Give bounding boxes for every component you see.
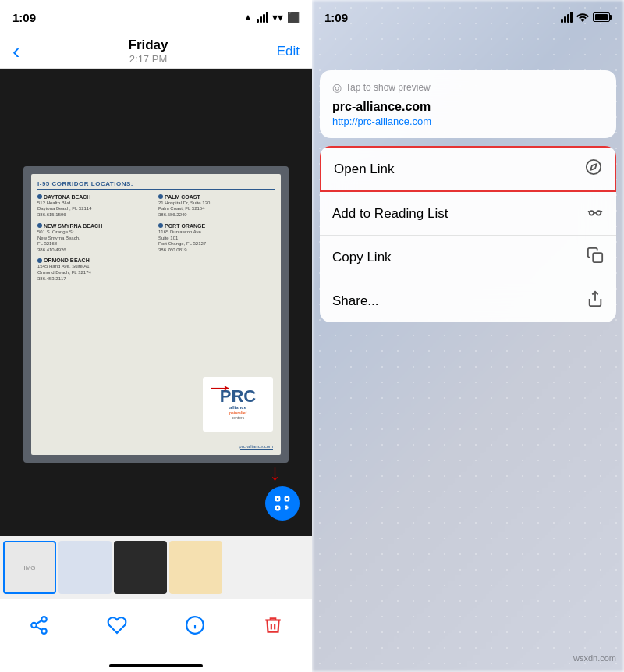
arrow-right-icon: → — [205, 375, 236, 400]
scan-button[interactable] — [265, 486, 300, 521]
share-icon — [587, 290, 604, 311]
open-link-icon — [585, 158, 602, 176]
list-item: DAYTONA BEACH 512 Health BlvdDaytona Bea… — [37, 194, 154, 219]
svg-rect-16 — [593, 253, 602, 262]
compass-icon — [585, 158, 602, 180]
reading-list-icon — [587, 203, 604, 224]
share-button[interactable] — [29, 615, 49, 638]
svg-point-6 — [41, 617, 47, 622]
preview-icon: ◎ — [332, 81, 342, 94]
wifi-icon: ▾▾ — [272, 11, 283, 23]
location-icon: ▲ — [243, 12, 253, 23]
svg-marker-13 — [590, 164, 597, 170]
prc-title: I-95 CORRIDOR LOCATIONS: — [37, 180, 275, 190]
svg-point-8 — [41, 628, 47, 634]
left-nav-bar: ‹ Friday 2:17 PM Edit — [0, 34, 312, 69]
thumbnail[interactable] — [58, 541, 112, 594]
list-item: ORMOND BEACH 1545 Hand Ave, Suite A1Ormo… — [37, 258, 275, 282]
glasses-icon — [587, 203, 604, 220]
copy-link-icon — [587, 247, 604, 264]
right-signal-icon — [561, 12, 573, 23]
tap-to-preview-label: ◎ Tap to show preview — [332, 81, 604, 94]
thumbnail[interactable] — [114, 541, 167, 594]
right-panel: 1:09 ◎ Tap to show pr — [312, 0, 624, 672]
bullet-icon — [158, 194, 163, 199]
add-reading-list-button[interactable]: Add to Reading List — [320, 192, 616, 236]
url-main: prc-alliance.com — [332, 100, 604, 114]
delete-button[interactable] — [263, 615, 283, 638]
share-link-icon — [587, 290, 604, 308]
arrow-down-icon: ↓ — [269, 459, 281, 485]
left-status-icons: ▲ ▾▾ ⬛ — [243, 11, 300, 23]
copy-link-button[interactable]: Copy Link — [320, 236, 616, 279]
preview-card[interactable]: ◎ Tap to show preview prc-alliance.com h… — [320, 70, 616, 138]
battery-icon: ⬛ — [287, 12, 300, 23]
thumbnail[interactable] — [225, 541, 278, 594]
share-button[interactable]: Share... — [320, 279, 616, 322]
svg-rect-0 — [276, 497, 280, 501]
photo-area: I-95 CORRIDOR LOCATIONS: DAYTONA BEACH 5… — [0, 69, 312, 536]
location-name: DAYTONA BEACH — [44, 194, 90, 200]
bullet-icon — [37, 194, 42, 199]
nav-title-sub: 2:17 PM — [20, 53, 276, 65]
svg-point-15 — [597, 211, 601, 215]
thumbnail[interactable]: IMG — [3, 541, 56, 594]
nav-title: Friday 2:17 PM — [20, 37, 276, 65]
scan-icon — [274, 495, 291, 512]
watermark: wsxdn.com — [573, 653, 616, 663]
svg-point-14 — [590, 211, 594, 215]
home-indicator — [109, 664, 203, 667]
list-item: NEW SMYRNA BEACH 501 S. Orange St.New Sm… — [37, 223, 154, 254]
info-button[interactable] — [185, 615, 205, 638]
svg-point-12 — [587, 160, 601, 174]
list-item: PALM COAST 21 Hospital Dr, Suite 120Palm… — [158, 194, 275, 219]
prc-logo-tagline: centers — [232, 415, 244, 420]
prc-website: prc-alliance.com — [239, 444, 273, 449]
prc-logo-sub: alliance — [229, 405, 246, 411]
location-address: 21 Hospital Dr, Suite 120Palm Coast, FL … — [158, 201, 275, 219]
locations-grid: DAYTONA BEACH 512 Health BlvdDaytona Bea… — [37, 194, 275, 254]
svg-point-7 — [31, 622, 37, 628]
signal-icon — [257, 12, 268, 23]
svg-rect-2 — [276, 507, 280, 510]
bullet-icon — [158, 223, 163, 228]
svg-rect-1 — [285, 497, 289, 501]
right-wifi-icon — [576, 12, 589, 22]
open-link-button[interactable]: Open Link — [320, 146, 616, 192]
right-battery-icon — [593, 12, 612, 22]
location-name: PORT ORANGE — [165, 223, 205, 229]
left-panel: 1:09 ▲ ▾▾ ⬛ ‹ Friday 2:17 PM Edit I-95 C… — [0, 0, 312, 672]
thumbnail[interactable] — [169, 541, 222, 594]
location-address: 1545 Hand Ave, Suite A1Ormond Beach, FL … — [37, 264, 275, 282]
context-menu: ◎ Tap to show preview prc-alliance.com h… — [320, 70, 616, 322]
edit-button[interactable]: Edit — [277, 44, 300, 59]
url-full: http://prc-alliance.com — [332, 116, 604, 127]
add-reading-list-label: Add to Reading List — [332, 206, 448, 222]
location-address: 501 S. Orange St.New Smyrna Beach,FL 321… — [37, 229, 154, 254]
nav-title-main: Friday — [20, 37, 276, 53]
right-time: 1:09 — [324, 11, 348, 24]
left-status-bar: 1:09 ▲ ▾▾ ⬛ — [0, 0, 312, 34]
location-name: ORMOND BEACH — [44, 258, 90, 263]
copy-link-label: Copy Link — [332, 250, 392, 265]
share-icon — [29, 615, 49, 635]
bullet-icon — [37, 223, 42, 228]
location-name: NEW SMYRNA BEACH — [44, 223, 102, 229]
favorite-button[interactable] — [107, 615, 127, 638]
menu-card: Open Link Add to Reading List — [320, 146, 616, 322]
thumbnail-strip: IMG — [0, 536, 312, 599]
location-ormond: ORMOND BEACH 1545 Hand Ave, Suite A1Ormo… — [37, 258, 275, 282]
share-label: Share... — [332, 293, 379, 309]
list-item: PORT ORANGE 1165 Dunlawton AveSuite 101P… — [158, 223, 275, 254]
prc-card: I-95 CORRIDOR LOCATIONS: DAYTONA BEACH 5… — [23, 166, 289, 463]
location-address: 512 Health BlvdDaytona Beach, FL 3211438… — [37, 201, 154, 219]
prc-card-inner: I-95 CORRIDOR LOCATIONS: DAYTONA BEACH 5… — [31, 174, 281, 455]
heart-icon — [107, 615, 127, 635]
back-button[interactable]: ‹ — [12, 39, 20, 64]
bullet-icon — [37, 258, 42, 263]
copy-icon — [587, 247, 604, 268]
right-status-bar: 1:09 — [312, 0, 624, 34]
info-icon — [185, 615, 205, 635]
trash-icon — [263, 615, 283, 635]
left-time: 1:09 — [12, 11, 36, 24]
